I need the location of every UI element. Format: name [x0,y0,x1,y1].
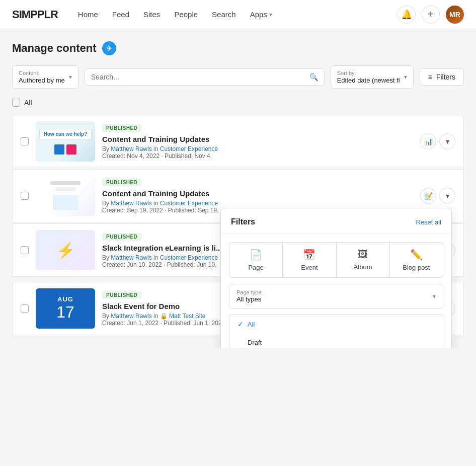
filter-type-blogpost-label: Blog post [403,264,430,271]
main-content: Manage content ✈ Content: Authored by me… [0,29,476,348]
more-options-icon[interactable]: ▾ [439,133,455,149]
item-checkbox[interactable] [21,246,29,254]
page-type-select[interactable]: Page type: All types ▾ [229,284,443,308]
select-all-row: All [12,97,464,109]
chevron-down-icon: ▾ [404,73,407,81]
search-input[interactable] [91,73,305,81]
nav-search[interactable]: Search [212,10,236,19]
content-filter-value: Authored by me [19,76,65,84]
notification-bell-icon[interactable]: 🔔 [398,6,416,24]
event-icon: 📅 [303,249,315,261]
nav-links: Home Feed Sites People Search Apps ▾ [78,10,398,19]
filters-button[interactable]: ≡ Filters [420,68,464,86]
more-options-icon[interactable]: ▾ [439,188,455,204]
filter-header: Filters Reset all [221,208,451,234]
content-thumbnail: ⚡ [36,230,95,270]
location-link[interactable]: Customer Experience [160,254,218,261]
status-option-draft[interactable]: ✓ Draft [229,333,443,348]
status-badge: PUBLISHED [102,291,141,299]
select-all-label: All [24,99,32,107]
check-icon: ✓ [237,320,244,328]
status-badge: PUBLISHED [102,233,141,241]
nav-apps[interactable]: Apps ▾ [250,10,272,19]
reset-all-button[interactable]: Reset all [416,218,441,226]
content-filter-label: Content: [19,70,65,76]
add-button[interactable]: + [422,6,440,24]
nav-right: 🔔 + MR [398,6,464,24]
info-icon[interactable]: ✈ [102,41,116,55]
content-thumbnail: How can we help? [36,121,95,162]
page-title: Manage content [12,42,96,55]
nav-home[interactable]: Home [78,10,98,19]
sort-value: Edited date (newest fi [337,76,400,84]
content-meta: By Matthew Rawls in Customer Experience [102,200,413,207]
toolbar: Content: Authored by me ▾ 🔍 Sort by: Edi… [12,65,464,89]
content-title: Content and Training Updates [102,189,413,198]
avatar[interactable]: MR [446,6,464,24]
filter-title: Filters [231,217,255,226]
content-actions: 📝 ▾ [420,188,455,204]
sort-label: Sort by: [337,70,400,76]
filter-type-album[interactable]: 🖼 Album [337,242,390,278]
filters-label: Filters [436,73,455,81]
item-checkbox[interactable] [21,137,29,145]
select-all-checkbox[interactable] [12,99,20,107]
content-wrapper: How can we help? PUBLISHED Content and T… [12,115,464,336]
filter-type-event-label: Event [301,264,318,271]
location-link[interactable]: Customer Experience [160,200,218,207]
location-link[interactable]: 🔒 Matt Test Site [160,313,206,320]
navbar: SIMPPLR Home Feed Sites People Search Ap… [0,0,476,29]
status-dropdown-list: ✓ All ✓ Draft ✓ Pending ✓ Published ✓ [229,315,443,348]
filter-type-album-label: Album [354,263,372,271]
analytics-icon[interactable]: 📊 [420,133,436,149]
nav-people[interactable]: People [174,10,198,19]
page-header: Manage content ✈ [12,41,464,55]
filter-type-event[interactable]: 📅 Event [283,242,336,278]
content-meta: By Matthew Rawls in Customer Experience [102,145,413,152]
location-link[interactable]: Customer Experience [160,145,218,152]
content-info: PUBLISHED Content and Training Updates B… [102,123,413,160]
author-link[interactable]: Matthew Rawls [111,313,151,320]
author-link[interactable]: Matthew Rawls [111,254,151,261]
content-dates: Created: Nov 4, 2022 · Published: Nov 4, [102,152,413,160]
nav-feed[interactable]: Feed [112,10,129,19]
chevron-down-icon: ▾ [269,11,272,18]
list-item: How can we help? PUBLISHED Content and T… [12,115,464,168]
filter-icon: ≡ [428,73,432,81]
filter-type-page-label: Page [248,264,263,271]
status-badge: PUBLISHED [102,179,141,186]
content-thumbnail: AUG 17 [36,288,95,329]
logo[interactable]: SIMPPLR [12,8,58,21]
author-link[interactable]: Matthew Rawls [111,145,151,152]
page-type-label: Page type: [236,289,263,295]
blogpost-icon: ✏️ [410,249,423,261]
content-filter-dropdown[interactable]: Content: Authored by me ▾ [12,65,78,89]
author-link[interactable]: Matthew Rawls [111,200,151,207]
search-box[interactable]: 🔍 [85,68,325,86]
filter-panel: Filters Reset all 📄 Page 📅 Event 🖼 Album [220,208,452,348]
search-icon: 🔍 [309,73,318,81]
filter-page-type: Page type: All types ▾ [221,278,451,315]
content-title: Content and Training Updates [102,135,413,143]
filter-type-page[interactable]: 📄 Page [229,242,283,278]
chevron-down-icon: ▾ [433,293,436,300]
content-actions: 📊 ▾ [420,133,455,149]
page-type-value: All types [236,295,263,303]
sort-dropdown[interactable]: Sort by: Edited date (newest fi ▾ [331,65,414,89]
item-checkbox[interactable] [21,304,29,313]
status-option-all[interactable]: ✓ All [229,315,443,333]
status-badge: PUBLISHED [102,124,141,132]
edit-icon[interactable]: 📝 [420,188,436,204]
album-icon: 🖼 [358,249,368,260]
page-icon: 📄 [250,249,262,261]
content-thumbnail [36,176,95,216]
filter-type-blogpost[interactable]: ✏️ Blog post [390,242,443,278]
nav-sites[interactable]: Sites [143,10,160,19]
item-checkbox[interactable] [21,192,29,200]
chevron-down-icon: ▾ [69,73,72,81]
filter-type-row: 📄 Page 📅 Event 🖼 Album ✏️ Blog post [221,234,451,278]
